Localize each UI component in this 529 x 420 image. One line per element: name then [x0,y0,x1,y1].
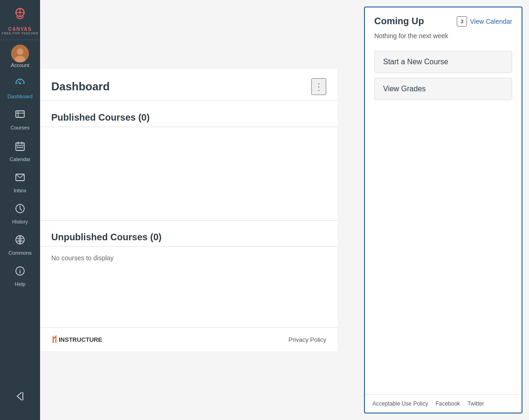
svg-text:i: i [19,268,21,275]
svg-rect-15 [20,147,21,148]
help-icon: i [14,265,26,279]
dashboard-header: Dashboard ⋮ [40,69,337,101]
svg-rect-7 [16,111,24,117]
coming-up-title: Coming Up [374,16,424,27]
svg-rect-14 [17,147,19,148]
sidebar-item-label-account: Account [11,62,29,68]
no-courses-text: No courses to display [40,247,337,269]
svg-text:INSTRUCTURE: INSTRUCTURE [59,336,102,343]
sidebar-item-dashboard[interactable]: Dashboard [0,73,40,104]
start-new-course-button[interactable]: Start a New Course [374,51,512,73]
facebook-link[interactable]: Facebook [435,400,460,407]
unpublished-courses-header: Unpublished Courses (0) [40,220,337,247]
view-calendar-area: 3 View Calendar [457,16,512,27]
sidebar-item-label-courses: Courses [11,125,30,131]
coming-up-header: Coming Up 3 View Calendar [365,7,522,30]
sidebar-item-courses[interactable]: Courses [0,104,40,135]
svg-rect-16 [21,147,23,148]
privacy-policy-link[interactable]: Privacy Policy [289,336,326,343]
sidebar-item-label-inbox: Inbox [14,188,27,194]
commons-icon [14,234,26,248]
view-grades-button[interactable]: View Grades [374,78,512,100]
acceptable-use-policy-link[interactable]: Acceptable Use Policy [372,400,428,407]
dashboard-icon [14,78,26,92]
sidebar-item-history[interactable]: History [0,198,40,230]
inbox-icon [14,172,26,186]
history-icon [14,203,26,217]
collapse-icon [14,391,26,405]
top-background [40,0,337,69]
sidebar-item-calendar[interactable]: Calendar [0,136,40,167]
avatar [11,45,29,62]
right-panel-footer: Acceptable Use Policy Facebook Twitter [365,394,522,413]
sidebar-item-help[interactable]: i Help [0,261,40,292]
sidebar-item-account[interactable]: Account [0,40,40,73]
panel-spacer [365,104,522,394]
sidebar-item-label-calendar: Calendar [10,156,31,163]
bottom-background [40,351,337,420]
sidebar-collapse-button[interactable] [0,385,40,413]
main-content-area: Dashboard ⋮ Published Courses (0) Unpubl… [40,69,337,341]
sidebar-item-label-dashboard: Dashboard [7,94,33,100]
canvas-logo[interactable]: CANVAS FREE FOR TEACHER [0,0,40,40]
published-courses-content [40,127,337,220]
right-panel: Coming Up 3 View Calendar Nothing for th… [364,7,522,413]
canvas-logo-text: CANVAS [8,27,32,32]
sidebar-item-label-commons: Commons [8,250,32,256]
unpublished-courses-title: Unpublished Courses (0) [51,232,326,243]
sidebar-item-inbox[interactable]: Inbox [0,167,40,198]
dashboard-title: Dashboard [51,80,110,93]
options-menu-button[interactable]: ⋮ [311,78,326,95]
view-calendar-link[interactable]: View Calendar [470,18,512,25]
twitter-link[interactable]: Twitter [467,400,484,407]
sidebar-item-label-history: History [12,219,28,225]
instructure-logo-svg: INSTRUCTURE [51,334,103,345]
calendar-icon [14,141,26,155]
calendar-date-icon: 3 [457,16,467,27]
canvas-logo-sub: FREE FOR TEACHER [2,32,39,35]
nothing-upcoming-text: Nothing for the next week [365,30,522,47]
sidebar: CANVAS FREE FOR TEACHER Account Dashboar… [0,0,40,420]
svg-point-4 [17,48,23,55]
published-courses-title: Published Courses (0) [51,112,326,123]
main-footer: INSTRUCTURE Privacy Policy [40,327,337,351]
instructure-logo: INSTRUCTURE [51,334,103,345]
sidebar-item-label-help: Help [15,281,26,287]
courses-icon [14,109,26,123]
published-courses-header: Published Courses (0) [40,101,337,127]
sidebar-item-commons[interactable]: Commons [0,230,40,261]
action-buttons: Start a New Course View Grades [365,47,522,104]
